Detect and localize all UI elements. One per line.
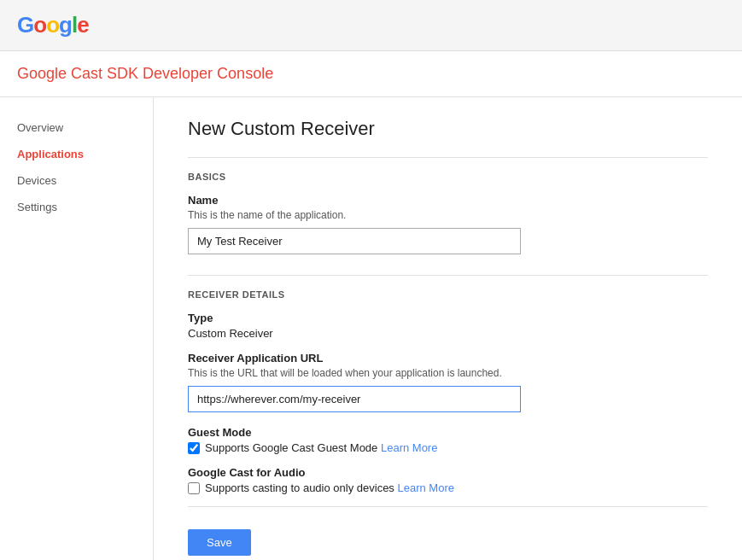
receiver-details-section: RECEIVER DETAILS Type Custom Receiver Re…	[188, 289, 708, 494]
sidebar: Overview Applications Devices Settings	[0, 97, 154, 560]
sidebar-item-overview[interactable]: Overview	[0, 114, 153, 141]
type-field-value: Custom Receiver	[188, 327, 708, 340]
basics-section: BASICS Name This is the name of the appl…	[188, 172, 708, 268]
receiver-url-input[interactable]	[188, 386, 521, 412]
name-field-label: Name	[188, 194, 708, 207]
layout: Overview Applications Devices Settings N…	[0, 97, 742, 560]
basics-divider	[188, 157, 708, 158]
sidebar-item-applications[interactable]: Applications	[0, 141, 153, 167]
console-title: Google Cast SDK Developer Console	[17, 65, 273, 82]
type-field-label: Type	[188, 312, 708, 324]
receiver-url-field-label: Receiver Application URL	[188, 352, 708, 365]
guest-mode-learn-more-link[interactable]: Learn More	[381, 441, 437, 454]
save-divider	[188, 506, 708, 507]
save-button[interactable]: Save	[188, 529, 251, 556]
top-bar: Google	[0, 0, 742, 51]
main-content: New Custom Receiver BASICS Name This is …	[154, 97, 742, 560]
google-cast-audio-learn-more-link[interactable]: Learn More	[397, 481, 453, 494]
name-field-description: This is the name of the application.	[188, 209, 708, 221]
google-cast-audio-row: Supports casting to audio only devices L…	[188, 481, 708, 494]
basics-section-label: BASICS	[188, 172, 708, 182]
receiver-details-section-label: RECEIVER DETAILS	[188, 289, 708, 300]
guest-mode-checkbox-label: Supports Google Cast Guest Mode Learn Mo…	[205, 441, 437, 454]
name-input[interactable]	[188, 228, 521, 254]
guest-mode-label: Guest Mode	[188, 426, 708, 439]
sidebar-item-settings[interactable]: Settings	[0, 194, 153, 220]
google-cast-audio-checkbox-label: Supports casting to audio only devices L…	[205, 481, 454, 494]
page-title: New Custom Receiver	[188, 118, 708, 140]
sidebar-item-devices[interactable]: Devices	[0, 167, 153, 194]
receiver-details-divider	[188, 275, 708, 276]
google-logo: Google	[17, 12, 89, 38]
console-header: Google Cast SDK Developer Console	[0, 51, 742, 97]
receiver-url-field-description: This is the URL that will be loaded when…	[188, 367, 708, 379]
google-cast-audio-label: Google Cast for Audio	[188, 466, 708, 479]
guest-mode-checkbox[interactable]	[188, 442, 200, 454]
google-cast-audio-checkbox[interactable]	[188, 482, 200, 494]
guest-mode-row: Supports Google Cast Guest Mode Learn Mo…	[188, 441, 708, 454]
